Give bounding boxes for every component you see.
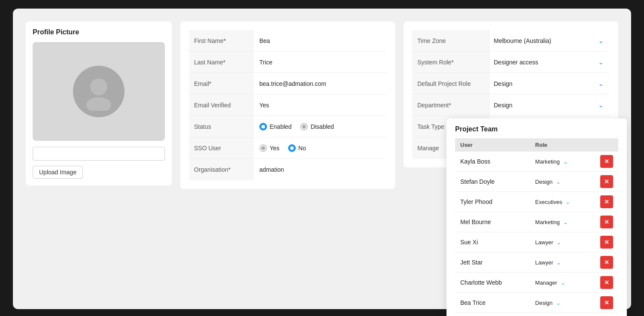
team-role-dropdown-wrapper: Marketing⌄ xyxy=(535,219,568,225)
team-table-row: Sue XiLawyer⌄✕ xyxy=(455,232,618,252)
status-radio-group: Enabled Disabled xyxy=(259,123,380,131)
profile-panel-title: Profile Picture xyxy=(33,28,165,36)
team-role-dropdown-wrapper: Lawyer⌄ xyxy=(535,259,561,266)
team-role-dropdown-wrapper: Design⌄ xyxy=(535,179,561,185)
team-member-name: Tyler Phood xyxy=(455,192,530,212)
lastname-input[interactable] xyxy=(259,59,380,66)
form-row-sso: SSO User Yes No xyxy=(189,137,386,159)
form-label-firstname: First Name* xyxy=(189,30,253,51)
team-member-delete-button[interactable]: ✕ xyxy=(600,296,613,309)
team-member-role: Executives⌄ xyxy=(530,192,595,212)
team-member-name: Sue Xi xyxy=(455,232,530,252)
team-member-delete-cell: ✕ xyxy=(595,293,618,313)
form-label-status: Status xyxy=(189,116,253,137)
team-member-name: Jen Why xyxy=(455,313,530,316)
status-disabled-dot xyxy=(300,123,308,131)
team-member-delete-cell: ✕ xyxy=(595,152,618,172)
team-member-delete-button[interactable]: ✕ xyxy=(600,195,613,208)
team-role-select[interactable]: Design xyxy=(535,179,561,185)
team-member-delete-button[interactable]: ✕ xyxy=(600,236,613,249)
status-disabled-option[interactable]: Disabled xyxy=(300,123,334,131)
settings-value-timezone: Melbourne (Australia) ⌄ xyxy=(489,34,610,48)
team-table-row: Kayla BossMarketing⌄✕ xyxy=(455,152,618,172)
team-member-name: Stefan Doyle xyxy=(455,172,530,192)
form-panel: First Name* Last Name* Email* Email Veri… xyxy=(180,21,395,189)
team-table-row: Bea TriceDesign⌄✕ xyxy=(455,293,618,313)
team-member-delete-button[interactable]: ✕ xyxy=(600,175,613,188)
team-table: User Role Kayla BossMarketing⌄✕Stefan Do… xyxy=(455,138,618,316)
status-disabled-label: Disabled xyxy=(310,123,334,130)
team-table-header-row: User Role xyxy=(455,138,618,152)
department-dropdown-wrapper: Design ⌄ xyxy=(494,102,605,109)
sso-yes-option[interactable]: Yes xyxy=(259,144,279,152)
team-table-row: Charlotte WebbManager⌄✕ xyxy=(455,273,618,293)
team-table-row: Jett StarLawyer⌄✕ xyxy=(455,252,618,273)
svg-point-1 xyxy=(86,97,111,111)
team-member-delete-button[interactable]: ✕ xyxy=(600,256,613,269)
team-role-dropdown-wrapper: Manager⌄ xyxy=(535,280,565,286)
form-row-organisation: Organisation* xyxy=(189,159,386,180)
team-role-select[interactable]: Manager xyxy=(535,280,565,286)
settings-label-system-role: System Role* xyxy=(412,52,489,73)
team-member-role: Lawyer⌄ xyxy=(530,252,595,273)
team-member-name: Charlotte Webb xyxy=(455,273,530,293)
status-enabled-dot xyxy=(259,123,267,131)
profile-panel: Profile Picture Upload Image xyxy=(26,21,172,185)
email-input[interactable] xyxy=(259,80,380,87)
main-container: Profile Picture Upload Image First Name*… xyxy=(13,9,631,309)
timezone-select[interactable]: Melbourne (Australia) xyxy=(494,37,605,44)
avatar-svg xyxy=(79,72,118,111)
form-value-status: Enabled Disabled xyxy=(253,118,386,135)
team-member-role: Marketing⌄ xyxy=(530,212,595,232)
settings-value-system-role: Designer access ⌄ xyxy=(489,55,610,69)
form-row-email-verified: Email Verified Yes xyxy=(189,94,386,116)
team-member-delete-button[interactable]: ✕ xyxy=(600,276,613,289)
firstname-input[interactable] xyxy=(259,37,380,44)
upload-image-button[interactable]: Upload Image xyxy=(33,166,83,179)
team-role-select[interactable]: Executives xyxy=(535,199,570,205)
sso-no-option[interactable]: No xyxy=(288,144,306,152)
project-team-panel: Project Team User Role Kayla BossMarketi… xyxy=(447,118,627,316)
svg-point-0 xyxy=(90,78,107,95)
department-select[interactable]: Design xyxy=(494,102,605,109)
organisation-input[interactable] xyxy=(259,166,380,173)
team-role-select[interactable]: Marketing xyxy=(535,219,568,225)
team-role-select[interactable]: Design xyxy=(535,300,561,306)
form-value-lastname xyxy=(253,55,386,70)
team-table-row: Tyler PhoodExecutives⌄✕ xyxy=(455,192,618,212)
form-row-status: Status Enabled Disabled xyxy=(189,116,386,137)
profile-filename-input[interactable] xyxy=(33,147,165,161)
system-role-select[interactable]: Designer access xyxy=(494,59,605,66)
team-role-select[interactable]: Marketing xyxy=(535,158,568,165)
team-member-role: Design⌄ xyxy=(530,172,595,192)
form-value-email xyxy=(253,76,386,91)
form-label-organisation: Organisation* xyxy=(189,159,253,180)
default-project-role-dropdown-wrapper: Design ⌄ xyxy=(494,80,605,87)
avatar xyxy=(73,66,125,117)
settings-row-department: Department* Design ⌄ xyxy=(412,94,610,116)
settings-label-timezone: Time Zone xyxy=(412,30,489,51)
form-label-email-verified: Email Verified xyxy=(189,94,253,115)
settings-label-default-project-role: Default Project Role xyxy=(412,73,489,94)
sso-radio-group: Yes No xyxy=(259,144,380,152)
project-team-title: Project Team xyxy=(455,125,618,133)
team-role-select[interactable]: Lawyer xyxy=(535,239,561,246)
profile-avatar-area xyxy=(33,42,165,141)
team-col-action xyxy=(595,138,618,152)
form-value-sso: Yes No xyxy=(253,140,386,156)
team-col-user: User xyxy=(455,138,530,152)
status-enabled-option[interactable]: Enabled xyxy=(259,123,292,131)
team-member-role: Marketing⌄ xyxy=(530,313,595,316)
team-member-delete-cell: ✕ xyxy=(595,212,618,232)
team-role-dropdown-wrapper: Design⌄ xyxy=(535,300,561,306)
team-col-role: Role xyxy=(530,138,595,152)
settings-value-department: Design ⌄ xyxy=(489,98,610,112)
team-member-delete-button[interactable]: ✕ xyxy=(600,216,613,228)
default-project-role-select[interactable]: Design xyxy=(494,80,605,87)
status-enabled-label: Enabled xyxy=(270,123,292,130)
team-role-select[interactable]: Lawyer xyxy=(535,259,561,266)
settings-row-timezone: Time Zone Melbourne (Australia) ⌄ xyxy=(412,30,610,52)
team-member-name: Mel Bourne xyxy=(455,212,530,232)
team-member-role: Lawyer⌄ xyxy=(530,232,595,252)
team-member-delete-button[interactable]: ✕ xyxy=(600,155,613,168)
